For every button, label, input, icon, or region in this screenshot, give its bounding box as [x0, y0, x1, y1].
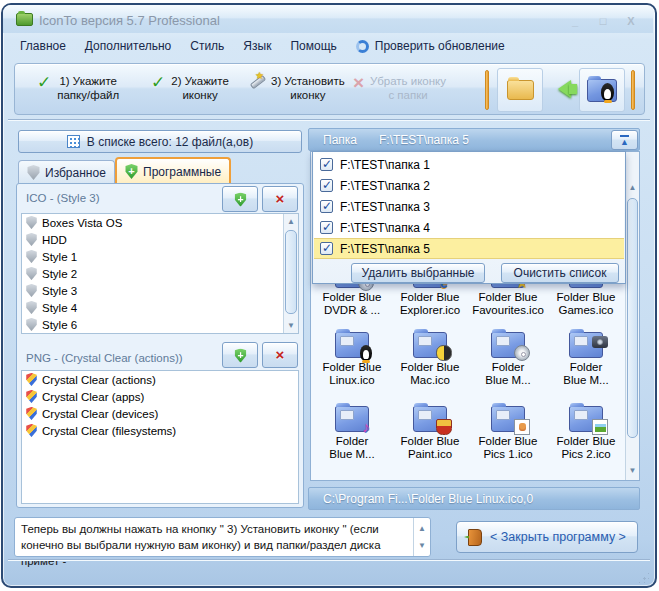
- menu-main[interactable]: Главное: [20, 39, 66, 53]
- checkbox-checked[interactable]: [320, 158, 333, 171]
- scroll-up-icon[interactable]: ▲: [414, 521, 430, 536]
- folder-row-selected[interactable]: F:\TEST\папка 5: [314, 238, 624, 259]
- ico-list-scrollbar[interactable]: ▲ ▼: [283, 214, 298, 333]
- step3-apply-icon-button[interactable]: ★ 3) Установить иконку: [247, 74, 345, 102]
- maximize-button[interactable]: □: [595, 14, 611, 28]
- yellow-folder-icon: [507, 80, 534, 100]
- shield-plus-icon: +: [26, 233, 37, 246]
- tab-favourites[interactable]: + Избранное: [18, 160, 115, 184]
- collapse-list-button[interactable]: ▲: [611, 130, 638, 150]
- step2-select-icon-button[interactable]: ✓ 2) Укажите иконку: [151, 74, 229, 102]
- shield-plus-icon: +: [26, 216, 37, 229]
- folder-icon: [569, 332, 603, 358]
- grid-scrollbar[interactable]: ▲ ▼: [625, 152, 639, 480]
- shield-plus-icon: +: [27, 165, 40, 180]
- list-item[interactable]: Crystal Clear (devices): [22, 405, 298, 422]
- apply-arrow-icon: [549, 80, 577, 98]
- png-section-header: PNG - (Crystal Clear (actions)): [26, 352, 183, 364]
- menu-style[interactable]: Стиль: [190, 39, 224, 53]
- png-add-button[interactable]: [222, 342, 258, 368]
- file-count-bar[interactable]: В списке всего: 12 файл(а,ов): [18, 130, 302, 153]
- hint-text: Теперь вы должны нажать на кнопку " 3) У…: [21, 521, 403, 569]
- selected-icon-preview-button[interactable]: [579, 68, 625, 112]
- icon-cell[interactable]: Folder Blue Pics 1.ico: [470, 400, 546, 461]
- exit-door-icon: [468, 529, 482, 546]
- list-item[interactable]: +Style 1: [22, 248, 298, 265]
- checkbox-checked[interactable]: [320, 221, 333, 234]
- close-program-button[interactable]: < Закрыть программу >: [456, 521, 638, 553]
- file-count-text: В списке всего: 12 файл(а,ов): [87, 135, 253, 149]
- list-item[interactable]: +Style 6: [22, 316, 298, 333]
- scroll-up-icon[interactable]: ▲: [284, 214, 298, 229]
- folder-row[interactable]: F:\TEST\папка 4: [314, 217, 624, 238]
- close-button[interactable]: X: [623, 14, 639, 28]
- check-icon: ✓: [151, 74, 165, 92]
- list-item[interactable]: Crystal Clear (filesystems): [22, 422, 298, 439]
- menu-language[interactable]: Язык: [243, 39, 271, 53]
- scroll-up-icon[interactable]: ▲: [626, 180, 639, 195]
- icon-cell[interactable]: ♪ Folder Blue M...: [314, 400, 390, 461]
- checkbox-checked[interactable]: [320, 200, 333, 213]
- icon-cell[interactable]: Folder Blue Pics 2.ico: [548, 400, 624, 461]
- blue-folder-icon: [587, 79, 617, 102]
- source-folder-button[interactable]: [497, 68, 543, 112]
- clear-list-button[interactable]: Очистить список: [501, 263, 619, 283]
- scroll-down-icon[interactable]: ▼: [414, 538, 430, 553]
- shield-plus-icon: +: [26, 318, 37, 331]
- status-path-bar: C:\Program Fi...\Folder Blue Linux.ico,0: [308, 487, 640, 510]
- color-shield-icon: [26, 407, 37, 420]
- shield-plus-icon: +: [26, 267, 37, 280]
- list-item[interactable]: +Boxes Vista OS: [22, 214, 298, 231]
- icon-cell[interactable]: Folder Blue Mac.ico: [392, 326, 468, 387]
- window-title: IconTo версия 5.7 Professional: [39, 13, 220, 28]
- folder-icon: [413, 332, 447, 358]
- photo-landscape-icon: [592, 419, 608, 435]
- hint-box: Теперь вы должны нажать на кнопку " 3) У…: [14, 517, 431, 557]
- check-icon: ✓: [37, 74, 51, 92]
- hint-scrollbar[interactable]: ▲ ▼: [413, 518, 430, 556]
- png-remove-button[interactable]: ×: [262, 342, 298, 368]
- remove-icon-button-disabled[interactable]: × Убрать иконку с папки: [353, 74, 446, 102]
- scroll-down-icon[interactable]: ▼: [284, 318, 298, 333]
- ico-remove-button[interactable]: ×: [262, 186, 298, 212]
- folder-icon: [335, 332, 369, 358]
- disabled-x-icon: ×: [353, 74, 364, 92]
- list-item[interactable]: Crystal Clear (apps): [22, 388, 298, 405]
- folder-row[interactable]: F:\TEST\папка 1: [314, 154, 624, 175]
- folder-icon: [491, 332, 525, 358]
- delete-selected-button[interactable]: Удалить выбранные: [351, 263, 485, 283]
- icon-cell[interactable]: Folder Blue M...: [548, 326, 624, 387]
- icon-cell-selected[interactable]: Folder Blue Linux.ico: [314, 326, 390, 387]
- grid-icon: [67, 135, 80, 148]
- selected-folders-overlay: F:\TEST\папка 1 F:\TEST\папка 2 F:\TEST\…: [312, 151, 626, 284]
- shield-plus-icon: +: [26, 284, 37, 297]
- icon-cell[interactable]: Folder Blue Paint.ico: [392, 400, 468, 461]
- camera-icon: [592, 336, 608, 348]
- list-item[interactable]: +Style 2: [22, 265, 298, 282]
- step1-select-folder-button[interactable]: ✓ 1) Укажите папку/файл: [37, 74, 119, 102]
- list-item[interactable]: Crystal Clear (actions): [22, 371, 298, 388]
- tab-program-icons[interactable]: Программные: [115, 157, 231, 184]
- scrollbar-thumb[interactable]: [627, 198, 638, 438]
- folder-row[interactable]: F:\TEST\папка 3: [314, 196, 624, 217]
- mac-face-icon: [436, 345, 452, 361]
- menu-check-update[interactable]: Проверить обновление: [356, 39, 505, 53]
- ico-style-list: +Boxes Vista OS +HDD +Style 1 +Style 2 +…: [21, 213, 299, 334]
- folder-row[interactable]: F:\TEST\папка 2: [314, 175, 624, 196]
- menu-additional[interactable]: Дополнительно: [85, 39, 171, 53]
- icon-cell[interactable]: Folder Blue M...: [470, 326, 546, 387]
- menu-help[interactable]: Помощь: [290, 39, 336, 53]
- color-shield-icon: [26, 390, 37, 403]
- refresh-icon: [356, 40, 369, 53]
- list-item[interactable]: +Style 3: [22, 282, 298, 299]
- checkbox-checked[interactable]: [320, 179, 333, 192]
- ico-add-button[interactable]: [222, 186, 258, 212]
- current-icon-path: C:\Program Fi...\Folder Blue Linux.ico,0: [323, 492, 533, 506]
- scroll-down-icon[interactable]: ▼: [626, 463, 639, 478]
- checkbox-checked[interactable]: [320, 242, 333, 255]
- minimize-button[interactable]: _: [567, 14, 583, 28]
- list-item[interactable]: +HDD: [22, 231, 298, 248]
- list-item[interactable]: +Style 4: [22, 299, 298, 316]
- scrollbar-thumb[interactable]: [285, 230, 297, 314]
- divider: [8, 559, 650, 561]
